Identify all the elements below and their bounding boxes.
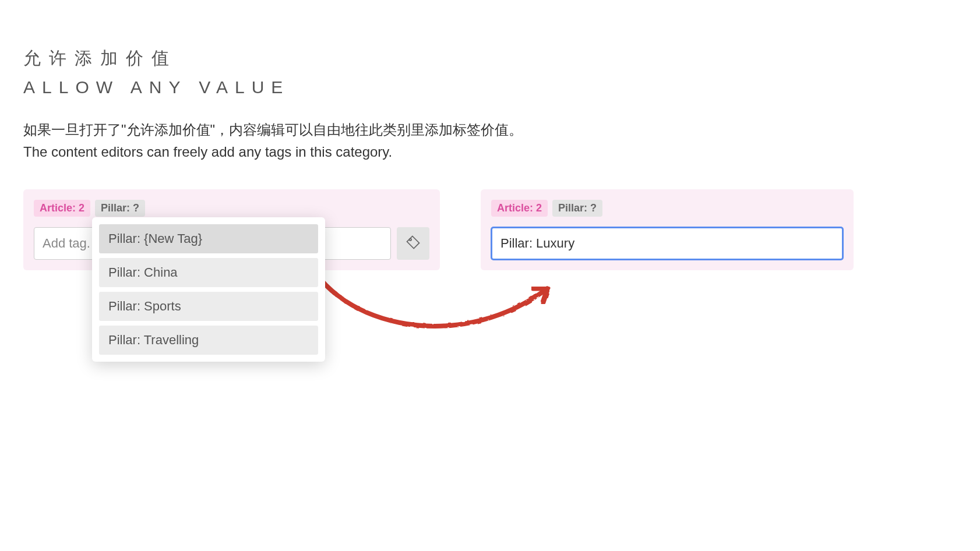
pillar-badge[interactable]: Pillar: ? xyxy=(95,200,145,217)
tag-button[interactable] xyxy=(397,227,429,260)
article-badge[interactable]: Article: 2 xyxy=(34,200,90,217)
description-chinese: 如果一旦打开了"允许添加价值"，内容编辑可以自由地往此类别里添加标签价值。 xyxy=(23,121,957,139)
example-panels: Article: 2 Pillar: ? Pillar: {New Tag} P… xyxy=(23,189,957,270)
badge-row: Article: 2 Pillar: ? xyxy=(34,200,429,217)
dropdown-item-travelling[interactable]: Pillar: Travelling xyxy=(99,326,318,355)
dropdown-item-sports[interactable]: Pillar: Sports xyxy=(99,292,318,321)
dropdown-item-china[interactable]: Pillar: China xyxy=(99,258,318,287)
badge-row: Article: 2 Pillar: ? xyxy=(491,200,843,217)
pillar-badge[interactable]: Pillar: ? xyxy=(552,200,602,217)
right-example-panel: Article: 2 Pillar: ? xyxy=(481,189,854,270)
tag-input-focused[interactable] xyxy=(491,227,843,260)
description-english: The content editors can freely add any t… xyxy=(23,144,957,160)
article-badge[interactable]: Article: 2 xyxy=(491,200,548,217)
suggestion-dropdown: Pillar: {New Tag} Pillar: China Pillar: … xyxy=(92,217,325,362)
tag-icon xyxy=(405,234,421,253)
left-example-panel: Article: 2 Pillar: ? Pillar: {New Tag} P… xyxy=(23,189,440,270)
input-row xyxy=(491,227,843,260)
dropdown-item-new-tag[interactable]: Pillar: {New Tag} xyxy=(99,224,318,253)
heading-english: ALLOW ANY VALUE xyxy=(23,77,957,97)
svg-point-0 xyxy=(410,239,412,241)
heading-chinese: 允许添加价值 xyxy=(23,47,957,70)
